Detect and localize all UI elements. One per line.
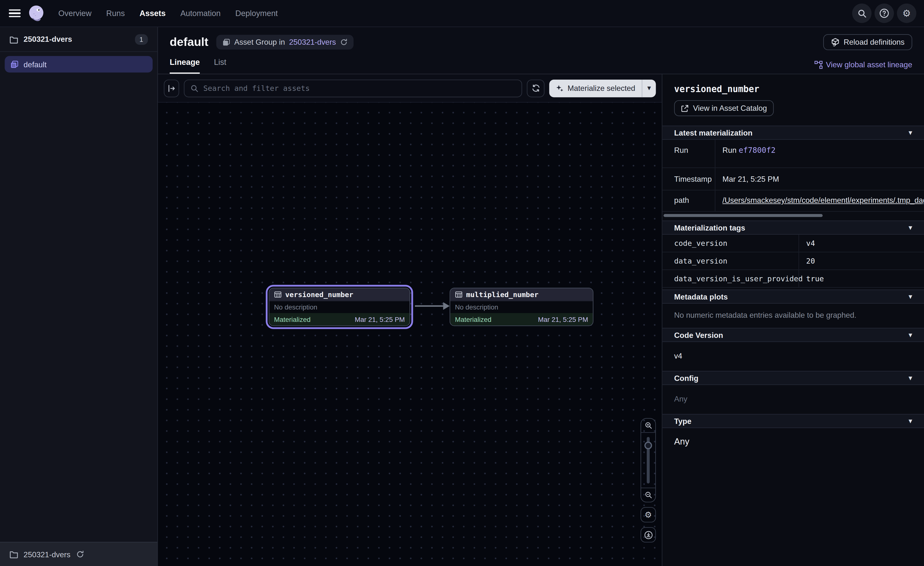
graph-controls: ⚙ xyxy=(640,418,656,542)
graph-settings-button[interactable]: ⚙ xyxy=(640,507,656,522)
lineage-graph-canvas[interactable]: versioned_number No description Material… xyxy=(158,102,662,566)
zoom-out-icon xyxy=(644,491,652,499)
menu-icon[interactable] xyxy=(9,9,21,18)
dagster-logo[interactable] xyxy=(27,4,45,23)
row-value: Run ef7800f2 xyxy=(716,140,924,167)
section-latest-materialization[interactable]: Latest materialization ▼ xyxy=(662,126,924,140)
lineage-pane: Materialize selected ▼ versio xyxy=(158,74,662,566)
tag-key: data_version xyxy=(662,252,799,269)
asset-group-badge[interactable]: Asset Group in 250321-dvers xyxy=(216,35,354,50)
sidebar-item-default[interactable]: default xyxy=(4,56,153,73)
gear-icon: ⚙ xyxy=(902,8,911,19)
reload-definitions-label: Reload definitions xyxy=(844,38,904,47)
view-global-lineage-label: View global asset lineage xyxy=(826,60,912,69)
refresh-icon[interactable] xyxy=(76,550,84,558)
primary-nav: Overview Runs Assets Automation Deployme… xyxy=(58,9,278,18)
zoom-slider-thumb[interactable] xyxy=(644,442,652,449)
table-row: Timestamp Mar 21, 5:25 PM xyxy=(662,168,924,190)
asset-details-panel: versioned_number View in Asset Catalog L… xyxy=(662,74,924,566)
asset-node-name: versioned_number xyxy=(285,290,354,298)
zoom-in-button[interactable] xyxy=(641,418,655,433)
expand-sidebar-button[interactable] xyxy=(164,79,179,97)
nav-item-overview[interactable]: Overview xyxy=(58,9,92,18)
zoom-in-icon xyxy=(644,422,652,429)
materialize-action[interactable]: Materialize selected xyxy=(549,79,642,97)
settings-button[interactable]: ⚙ xyxy=(897,4,916,23)
download-image-button[interactable] xyxy=(640,527,656,542)
asset-group-icon xyxy=(10,60,19,69)
section-label: Materialization tags xyxy=(674,223,746,232)
section-materialization-tags[interactable]: Materialization tags ▼ xyxy=(662,221,924,235)
section-label: Config xyxy=(674,373,699,382)
refresh-icon[interactable] xyxy=(340,38,348,46)
asset-node-versioned-number[interactable]: versioned_number No description Material… xyxy=(269,288,410,326)
zoom-out-button[interactable] xyxy=(641,488,655,501)
asset-node-multiplied-number[interactable]: multiplied_number No description Materia… xyxy=(450,288,593,326)
asset-node-status: Materialized xyxy=(455,316,491,323)
page-header: default Asset Group in 250321-dvers Relo… xyxy=(158,27,924,74)
chevron-down-icon: ▼ xyxy=(909,418,912,424)
asset-node-timestamp: Mar 21, 5:25 PM xyxy=(355,316,405,323)
tab-lineage[interactable]: Lineage xyxy=(170,58,200,74)
chevron-down-icon: ▼ xyxy=(909,375,912,381)
row-key: path xyxy=(662,190,715,211)
materialize-sparkle-icon xyxy=(556,84,564,92)
help-icon xyxy=(879,8,889,18)
gear-icon: ⚙ xyxy=(645,510,652,519)
app-window: Overview Runs Assets Automation Deployme… xyxy=(0,0,924,566)
code-version-value: v4 xyxy=(662,342,924,371)
horizontal-scrollbar[interactable] xyxy=(663,214,822,217)
asset-title: versioned_number xyxy=(674,84,912,95)
section-config[interactable]: Config ▼ xyxy=(662,371,924,385)
tab-list[interactable]: List xyxy=(214,58,226,74)
badge-location-link[interactable]: 250321-dvers xyxy=(289,38,336,47)
section-code-version[interactable]: Code Version ▼ xyxy=(662,328,924,342)
section-label: Latest materialization xyxy=(674,128,753,137)
sidebar-item-label: default xyxy=(24,60,46,69)
search-icon xyxy=(190,84,199,92)
row-key: Run xyxy=(662,140,715,167)
download-icon xyxy=(644,530,652,539)
lineage-toolbar: Materialize selected ▼ xyxy=(158,74,662,103)
chevron-down-icon: ▼ xyxy=(909,332,912,338)
nav-item-runs[interactable]: Runs xyxy=(106,9,125,18)
section-type[interactable]: Type ▼ xyxy=(662,414,924,428)
top-nav-actions: ⚙ xyxy=(852,4,916,23)
section-label: Metadata plots xyxy=(674,292,728,301)
zoom-slider[interactable] xyxy=(641,433,655,488)
sidebar-spacer xyxy=(0,73,158,542)
run-id-link[interactable]: ef7800f2 xyxy=(739,146,776,155)
table-row: Run Run ef7800f2 xyxy=(662,140,924,168)
nav-item-automation[interactable]: Automation xyxy=(180,9,220,18)
sidebar-footer[interactable]: 250321-dvers xyxy=(0,542,158,566)
asset-node-name: multiplied_number xyxy=(466,290,538,298)
reload-definitions-button[interactable]: Reload definitions xyxy=(823,34,912,50)
panel-expand-icon xyxy=(167,84,176,92)
section-label: Type xyxy=(674,417,692,425)
path-link[interactable]: /Users/smackesey/stm/code/elementl/exper… xyxy=(723,196,924,205)
asset-search[interactable] xyxy=(184,79,522,97)
help-button[interactable] xyxy=(874,4,894,23)
lineage-edge-arrow xyxy=(415,301,450,311)
footer-location-name: 250321-dvers xyxy=(24,550,70,558)
tag-value: true xyxy=(799,270,924,287)
badge-prefix: Asset Group in xyxy=(234,38,285,47)
asset-node-status: Materialized xyxy=(274,316,310,323)
nav-item-deployment[interactable]: Deployment xyxy=(235,9,278,18)
view-in-asset-catalog-button[interactable]: View in Asset Catalog xyxy=(674,100,774,116)
config-value: Any xyxy=(662,385,924,414)
nav-item-assets[interactable]: Assets xyxy=(140,9,166,18)
sidebar: 250321-dvers 1 default 250321-dvers xyxy=(0,27,158,566)
asset-count-badge: 1 xyxy=(135,34,148,45)
search-button[interactable] xyxy=(852,4,872,23)
view-in-asset-catalog-label: View in Asset Catalog xyxy=(693,104,767,113)
materialize-dropdown[interactable]: ▼ xyxy=(642,79,656,97)
search-input[interactable] xyxy=(203,84,516,93)
refresh-graph-button[interactable] xyxy=(527,79,544,97)
search-icon xyxy=(857,9,867,18)
folder-icon xyxy=(9,35,18,43)
section-metadata-plots[interactable]: Metadata plots ▼ xyxy=(662,289,924,304)
type-value: Any xyxy=(662,428,924,456)
view-global-lineage-link[interactable]: View global asset lineage xyxy=(814,60,912,69)
sidebar-code-location[interactable]: 250321-dvers 1 xyxy=(0,27,158,52)
